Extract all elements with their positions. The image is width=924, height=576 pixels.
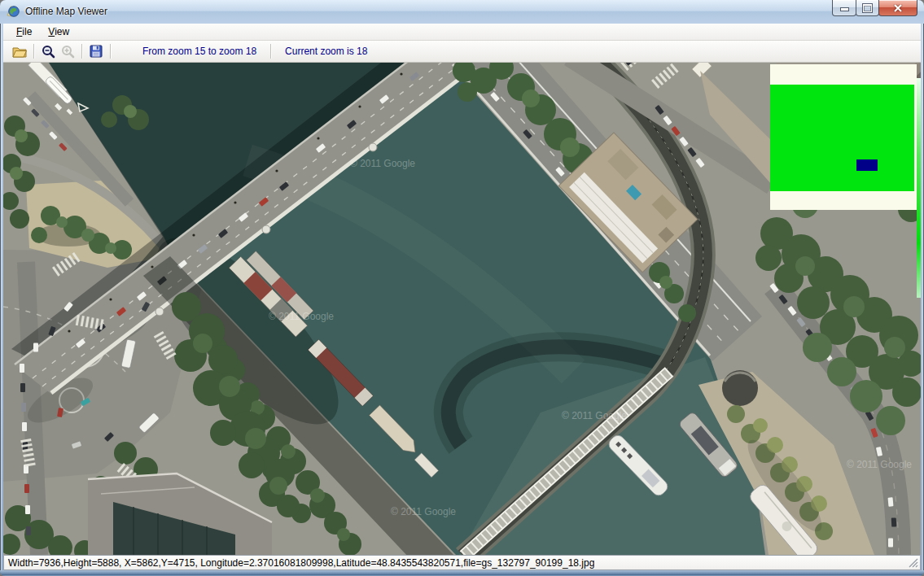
close-icon	[893, 4, 903, 12]
status-bar: Width=7936,Height=5888, X=5862,Y=4715, L…	[3, 555, 921, 570]
toolbar-separator	[33, 44, 34, 59]
zoom-in-icon	[61, 45, 75, 59]
toolbar-separator	[110, 44, 111, 59]
map-watermark: © 2011 Google	[391, 506, 456, 517]
minimap-viewport[interactable]	[856, 159, 878, 171]
minimap-overview[interactable]	[770, 64, 917, 210]
minimap-extent	[770, 85, 914, 191]
window-controls	[833, 0, 917, 16]
app-window: Offline Map Viewer File View	[0, 0, 924, 576]
map-watermark: © 2011 Google	[350, 158, 415, 169]
save-button[interactable]	[86, 42, 106, 60]
open-file-button[interactable]	[10, 42, 29, 60]
menu-file[interactable]: File	[8, 24, 40, 39]
toolbar-separator	[81, 44, 82, 59]
menu-bar: File View	[3, 24, 921, 41]
minimize-icon	[841, 8, 848, 11]
open-folder-icon	[12, 46, 27, 58]
zoom-in-button[interactable]	[58, 42, 77, 60]
window-bottom-frame	[0, 570, 924, 576]
title-bar[interactable]: Offline Map Viewer	[0, 0, 924, 24]
resize-grip-icon[interactable]	[907, 556, 918, 568]
map-watermark: © 2011 Google	[269, 311, 334, 322]
save-icon	[90, 45, 103, 58]
toolbar: From zoom 15 to zoom 18 Current zoom is …	[3, 41, 921, 63]
current-zoom-label: Current zoom is 18	[275, 46, 377, 57]
map-watermark: © 2011 Google	[847, 459, 912, 470]
close-button[interactable]	[878, 0, 917, 16]
maximize-icon	[863, 4, 872, 12]
window-title: Offline Map Viewer	[25, 6, 107, 17]
map-watermark: © 2011 Google	[562, 410, 627, 421]
minimize-button[interactable]	[832, 0, 856, 16]
status-text: Width=7936,Height=5888, X=5862,Y=4715, L…	[4, 557, 594, 569]
zoom-range-label: From zoom 15 to zoom 18	[133, 46, 266, 57]
menu-view[interactable]: View	[40, 24, 77, 39]
zoom-out-button[interactable]	[38, 42, 58, 60]
toolbar-separator	[270, 44, 271, 59]
zoom-out-icon	[42, 45, 55, 59]
maximize-button[interactable]	[856, 0, 879, 16]
app-icon	[7, 5, 20, 18]
minimap-edge-strip	[917, 78, 921, 298]
